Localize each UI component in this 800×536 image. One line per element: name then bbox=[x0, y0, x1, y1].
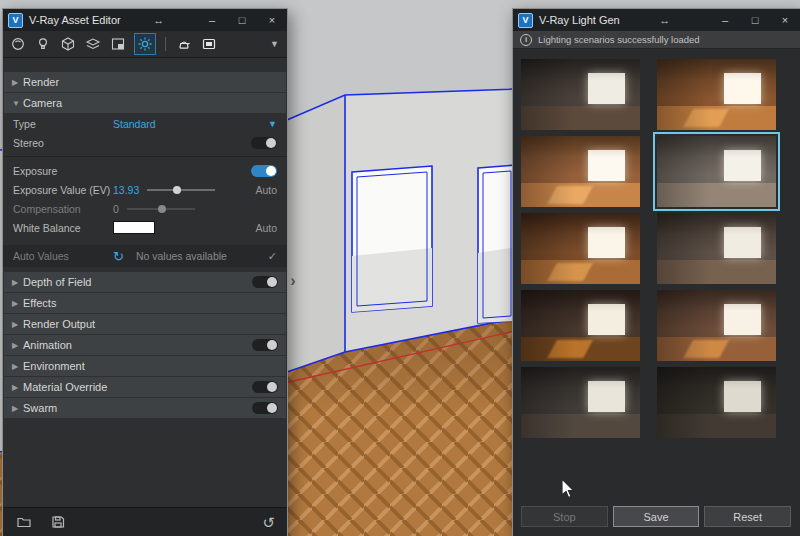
white-balance-row: White Balance Auto bbox=[3, 218, 287, 237]
dock-arrows-icon[interactable]: ↔ bbox=[659, 14, 670, 26]
open-file-icon[interactable] bbox=[15, 513, 33, 531]
render-icon[interactable] bbox=[175, 35, 193, 53]
exposure-row: Exposure bbox=[3, 161, 287, 180]
caret-right-icon: ▶ bbox=[12, 404, 23, 413]
section-label: Camera bbox=[23, 97, 278, 109]
compensation-row: Compensation 0 bbox=[3, 199, 287, 218]
exposure-label: Exposure bbox=[13, 165, 113, 177]
section-swarm[interactable]: ▶ Swarm bbox=[4, 398, 286, 418]
panel-collapse-arrow[interactable]: › bbox=[287, 268, 299, 294]
auto-values-row: Auto Values ↻ No values available ✓ bbox=[3, 245, 287, 267]
swarm-toggle[interactable] bbox=[252, 402, 278, 414]
lightgen-thumbnail-9[interactable] bbox=[521, 367, 640, 438]
stop-button[interactable]: Stop bbox=[521, 506, 608, 527]
asset-editor-content: ▶ Render ▼ Camera Type Standard ▼ Stereo… bbox=[3, 58, 287, 536]
refresh-icon[interactable]: ↻ bbox=[113, 250, 124, 263]
light-gen-window: V V-Ray Light Gen ↔ – □ × i Lighting sce… bbox=[512, 8, 800, 536]
ev-slider[interactable] bbox=[147, 184, 215, 196]
status-message: Lighting scenarios successfully loaded bbox=[538, 34, 700, 45]
settings-icon[interactable] bbox=[134, 33, 156, 55]
section-depth-of-field[interactable]: ▶ Depth of Field bbox=[4, 272, 286, 292]
section-environment[interactable]: ▶ Environment bbox=[4, 356, 286, 376]
toolbar-more-icon[interactable]: ▼ bbox=[270, 39, 281, 49]
caret-right-icon: ▶ bbox=[12, 78, 23, 87]
lightgen-thumbnail-8[interactable] bbox=[657, 290, 776, 361]
lightgen-thumbnail-3[interactable] bbox=[521, 136, 640, 207]
render-frame-icon[interactable] bbox=[200, 35, 218, 53]
lightgen-thumbnail-10[interactable] bbox=[657, 367, 776, 438]
compensation-label: Compensation bbox=[13, 203, 113, 215]
chevron-down-icon[interactable]: ▼ bbox=[268, 119, 277, 129]
white-balance-label: White Balance bbox=[13, 222, 113, 234]
section-label: Effects bbox=[23, 297, 278, 309]
section-animation[interactable]: ▶ Animation bbox=[4, 335, 286, 355]
materials-icon[interactable] bbox=[9, 35, 27, 53]
section-camera[interactable]: ▼ Camera bbox=[4, 93, 286, 113]
lights-icon[interactable] bbox=[34, 35, 52, 53]
compensation-slider[interactable] bbox=[127, 203, 195, 215]
dock-arrows-icon[interactable]: ↔ bbox=[153, 14, 164, 26]
section-effects[interactable]: ▶ Effects bbox=[4, 293, 286, 313]
stereo-label: Stereo bbox=[13, 137, 113, 149]
minimize-button[interactable]: – bbox=[710, 9, 740, 31]
section-label: Render bbox=[23, 76, 278, 88]
asset-editor-footer: ↺ bbox=[3, 507, 287, 536]
geometry-icon[interactable] bbox=[59, 35, 77, 53]
exposure-toggle[interactable] bbox=[251, 165, 277, 177]
close-button[interactable]: × bbox=[770, 9, 800, 31]
reset-button[interactable]: Reset bbox=[704, 506, 791, 527]
type-dropdown[interactable]: Standard bbox=[113, 118, 156, 130]
compositing-icon[interactable] bbox=[109, 35, 127, 53]
asset-editor-titlebar[interactable]: V V-Ray Asset Editor ↔ – □ × bbox=[3, 9, 287, 31]
section-render-output[interactable]: ▶ Render Output bbox=[4, 314, 286, 334]
divider bbox=[3, 156, 287, 157]
depth-of-field-toggle[interactable] bbox=[252, 276, 278, 288]
lightgen-thumbnail-2[interactable] bbox=[657, 59, 776, 130]
info-icon: i bbox=[520, 34, 532, 46]
lightgen-thumbnail-4[interactable] bbox=[657, 136, 776, 207]
lightgen-thumbnail-grid bbox=[521, 59, 776, 438]
minimize-button[interactable]: – bbox=[197, 9, 227, 31]
exposure-value-row: Exposure Value (EV) 13.93 Auto bbox=[3, 180, 287, 199]
maximize-button[interactable]: □ bbox=[740, 9, 770, 31]
textures-icon[interactable] bbox=[84, 35, 102, 53]
save-button[interactable]: Save bbox=[613, 506, 700, 527]
white-balance-swatch[interactable] bbox=[113, 221, 155, 234]
light-gen-title: V-Ray Light Gen bbox=[539, 14, 620, 26]
ev-auto-label: Auto bbox=[255, 184, 277, 196]
vray-logo: V bbox=[8, 13, 23, 28]
save-file-icon[interactable] bbox=[49, 513, 67, 531]
material-override-toggle[interactable] bbox=[252, 381, 278, 393]
check-icon[interactable]: ✓ bbox=[268, 250, 277, 263]
lightgen-thumbnail-7[interactable] bbox=[521, 290, 640, 361]
section-render[interactable]: ▶ Render bbox=[4, 72, 286, 92]
ev-value[interactable]: 13.93 bbox=[113, 184, 139, 196]
auto-values-status: No values available bbox=[136, 250, 227, 262]
light-gen-titlebar[interactable]: V V-Ray Light Gen ↔ – □ × bbox=[513, 9, 800, 31]
revert-icon[interactable]: ↺ bbox=[262, 515, 275, 530]
caret-right-icon: ▶ bbox=[12, 383, 23, 392]
light-gen-footer: Stop Save Reset bbox=[521, 506, 791, 527]
ev-label: Exposure Value (EV) bbox=[13, 184, 113, 196]
lightgen-thumbnail-6[interactable] bbox=[657, 213, 776, 284]
section-label: Material Override bbox=[23, 381, 252, 393]
caret-right-icon: ▶ bbox=[12, 362, 23, 371]
asset-editor-window: V V-Ray Asset Editor ↔ – □ × bbox=[2, 8, 288, 536]
light-gen-content: Stop Save Reset bbox=[513, 49, 800, 536]
animation-toggle[interactable] bbox=[252, 339, 278, 351]
asset-editor-title: V-Ray Asset Editor bbox=[29, 14, 121, 26]
window-2 bbox=[478, 165, 516, 323]
caret-right-icon: ▶ bbox=[12, 278, 23, 287]
camera-panel: Type Standard ▼ Stereo Exposure Exposure… bbox=[3, 114, 287, 267]
close-button[interactable]: × bbox=[257, 9, 287, 31]
lightgen-thumbnail-1[interactable] bbox=[521, 59, 640, 130]
maximize-button[interactable]: □ bbox=[227, 9, 257, 31]
caret-right-icon: ▶ bbox=[12, 341, 23, 350]
lightgen-thumbnail-5[interactable] bbox=[521, 213, 640, 284]
wb-auto-label: Auto bbox=[255, 222, 277, 234]
section-material-override[interactable]: ▶ Material Override bbox=[4, 377, 286, 397]
caret-down-icon: ▼ bbox=[12, 99, 23, 108]
section-label: Animation bbox=[23, 339, 252, 351]
compensation-value[interactable]: 0 bbox=[113, 203, 119, 215]
stereo-toggle[interactable] bbox=[251, 137, 277, 149]
